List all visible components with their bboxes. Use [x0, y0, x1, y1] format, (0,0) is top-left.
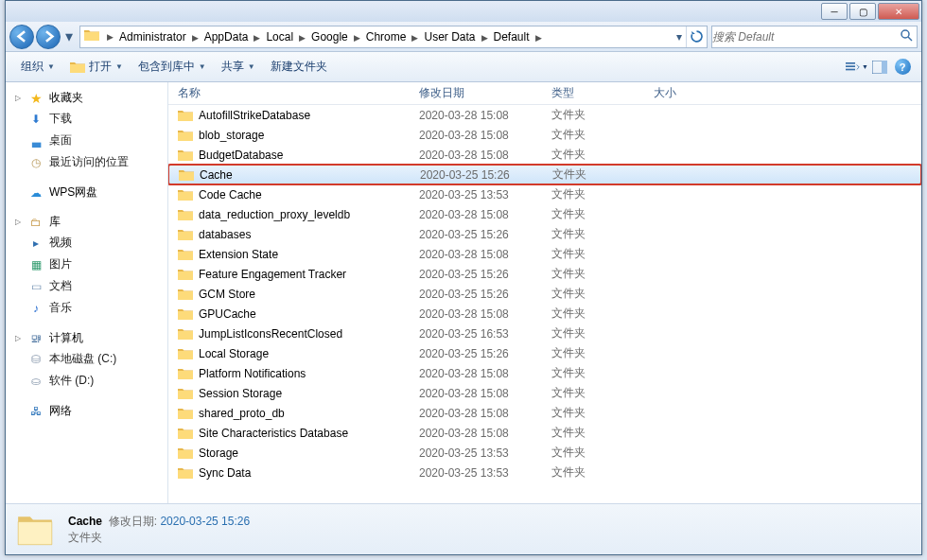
search-input[interactable] — [712, 30, 896, 44]
list-item[interactable]: Local Storage2020-03-25 15:26文件夹 — [168, 343, 921, 363]
chevron-right-icon[interactable]: ▶ — [480, 33, 490, 43]
list-item[interactable]: Site Characteristics Database2020-03-28 … — [168, 423, 921, 443]
file-date: 2020-03-28 15:08 — [410, 129, 542, 142]
file-date: 2020-03-28 15:08 — [410, 149, 542, 162]
file-type: 文件夹 — [542, 186, 644, 202]
sidebar-favorites[interactable]: ▷★收藏夹 — [6, 88, 167, 108]
column-size[interactable]: 大小 — [644, 85, 720, 101]
refresh-button[interactable] — [686, 26, 707, 47]
file-name: Sync Data — [199, 466, 251, 480]
help-button[interactable]: ? — [891, 56, 914, 79]
file-name: Feature Engagement Tracker — [199, 268, 346, 281]
sidebar-item-documents[interactable]: ▭文档 — [6, 275, 167, 297]
music-icon: ♪ — [28, 301, 44, 316]
chevron-right-icon[interactable]: ▶ — [410, 33, 420, 43]
chevron-right-icon[interactable]: ▶ — [533, 33, 544, 43]
preview-pane-button[interactable] — [868, 56, 891, 79]
file-date: 2020-03-28 15:08 — [410, 307, 542, 321]
chevron-right-icon[interactable]: ▶ — [352, 33, 362, 43]
file-name: blob_storage — [199, 129, 264, 142]
search-box[interactable] — [711, 26, 918, 48]
list-item[interactable]: GPUCache2020-03-28 15:08文件夹 — [168, 304, 921, 324]
sidebar-item-recent[interactable]: ◷最近访问的位置 — [6, 151, 167, 173]
list-item[interactable]: Cache2020-03-25 15:26文件夹 — [168, 165, 921, 184]
list-item[interactable]: databases2020-03-25 15:26文件夹 — [168, 224, 921, 244]
sidebar-wps[interactable]: ☁WPS网盘 — [6, 183, 167, 202]
file-date: 2020-03-25 15:26 — [410, 347, 542, 360]
list-item[interactable]: Session Storage2020-03-28 15:08文件夹 — [168, 383, 921, 403]
list-item[interactable]: Platform Notifications2020-03-28 15:08文件… — [168, 363, 921, 383]
sidebar-libraries[interactable]: ▷🗀库 — [6, 212, 167, 232]
view-options-button[interactable]: ▼ — [846, 56, 868, 79]
breadcrumb-item[interactable]: Google — [307, 30, 352, 44]
list-item[interactable]: Code Cache2020-03-25 13:53文件夹 — [168, 184, 921, 204]
sidebar-item-videos[interactable]: ▸视频 — [6, 232, 167, 254]
list-item[interactable]: Extension State2020-03-28 15:08文件夹 — [168, 244, 921, 264]
file-name: Code Cache — [199, 188, 262, 201]
chevron-right-icon[interactable]: ▶ — [190, 33, 201, 43]
sidebar-item-downloads[interactable]: ⬇下载 — [6, 108, 167, 130]
sidebar-item-pictures[interactable]: ▦图片 — [6, 254, 167, 275]
folder-icon — [178, 466, 193, 480]
sidebar-computer[interactable]: ▷🖳计算机 — [6, 328, 167, 348]
include-in-library-button[interactable]: 包含到库中 ▼ — [131, 55, 214, 79]
sidebar-item-desktop[interactable]: ▃桌面 — [6, 130, 167, 151]
file-list[interactable]: AutofillStrikeDatabase2020-03-28 15:08文件… — [168, 105, 921, 503]
column-type[interactable]: 类型 — [542, 85, 644, 101]
close-button[interactable]: ✕ — [878, 3, 919, 20]
breadcrumb-item[interactable]: Local — [262, 30, 297, 44]
column-name[interactable]: 名称 — [168, 85, 410, 101]
address-bar[interactable]: ▶ Administrator▶AppData▶Local▶Google▶Chr… — [79, 26, 708, 48]
details-pane: Cache 修改日期: 2020-03-25 15:26 文件夹 — [6, 503, 921, 554]
folder-icon — [178, 248, 193, 261]
list-item[interactable]: shared_proto_db2020-03-28 15:08文件夹 — [168, 403, 921, 423]
sidebar-item-disk-c[interactable]: ⛁本地磁盘 (C:) — [6, 348, 167, 370]
chevron-right-icon[interactable]: ▶ — [252, 33, 262, 43]
sidebar-item-disk-d[interactable]: ⛀软件 (D:) — [6, 370, 167, 392]
list-item[interactable]: Storage2020-03-25 13:53文件夹 — [168, 443, 921, 463]
file-date: 2020-03-25 13:53 — [410, 446, 542, 460]
list-item[interactable]: Feature Engagement Tracker2020-03-25 15:… — [168, 264, 921, 284]
file-date: 2020-03-25 15:26 — [410, 288, 542, 301]
file-date: 2020-03-28 15:08 — [410, 208, 542, 221]
desktop-icon: ▃ — [28, 133, 44, 149]
address-dropdown[interactable]: ▾ — [673, 27, 686, 46]
file-date: 2020-03-28 15:08 — [410, 248, 542, 261]
breadcrumb-item[interactable]: User Data — [420, 30, 479, 44]
list-item[interactable]: BudgetDatabase2020-03-28 15:08文件夹 — [168, 145, 921, 165]
search-icon[interactable] — [896, 29, 917, 44]
breadcrumb-item[interactable]: Chrome — [362, 30, 411, 44]
breadcrumb-item[interactable]: Administrator — [115, 30, 190, 44]
file-type: 文件夹 — [542, 226, 644, 242]
breadcrumb-item[interactable]: Default — [490, 30, 533, 44]
sidebar-network[interactable]: 🖧网络 — [6, 401, 167, 421]
minimize-button[interactable]: ─ — [821, 3, 848, 20]
details-date-label: 修改日期: — [109, 515, 157, 528]
list-item[interactable]: data_reduction_proxy_leveldb2020-03-28 1… — [168, 204, 921, 224]
computer-icon: 🖳 — [28, 331, 44, 346]
back-button[interactable] — [9, 25, 34, 49]
new-folder-button[interactable]: 新建文件夹 — [263, 55, 335, 79]
sidebar-item-music[interactable]: ♪音乐 — [6, 297, 167, 319]
file-name: BudgetDatabase — [199, 149, 283, 162]
video-icon: ▸ — [28, 236, 44, 251]
file-date: 2020-03-25 15:26 — [411, 168, 543, 182]
breadcrumb-item[interactable]: AppData — [201, 30, 253, 44]
column-date[interactable]: 修改日期 — [410, 85, 542, 101]
list-item[interactable]: Sync Data2020-03-25 13:53文件夹 — [168, 463, 921, 482]
share-button[interactable]: 共享 ▼ — [214, 55, 263, 79]
list-item[interactable]: blob_storage2020-03-28 15:08文件夹 — [168, 125, 921, 145]
list-item[interactable]: AutofillStrikeDatabase2020-03-28 15:08文件… — [168, 105, 921, 125]
file-type: 文件夹 — [542, 306, 644, 322]
organize-button[interactable]: 组织 ▼ — [13, 55, 62, 79]
file-date: 2020-03-28 15:08 — [410, 109, 542, 122]
chevron-right-icon[interactable]: ▶ — [105, 32, 115, 42]
chevron-right-icon[interactable]: ▶ — [297, 33, 307, 43]
maximize-button[interactable]: ▢ — [849, 3, 876, 20]
history-dropdown[interactable]: ▾ — [62, 27, 76, 46]
list-item[interactable]: GCM Store2020-03-25 15:26文件夹 — [168, 284, 921, 304]
folder-icon — [178, 149, 193, 162]
open-button[interactable]: 打开 ▼ — [62, 55, 131, 79]
forward-button[interactable] — [36, 25, 61, 49]
list-item[interactable]: JumpListIconsRecentClosed2020-03-25 16:5… — [168, 324, 921, 343]
